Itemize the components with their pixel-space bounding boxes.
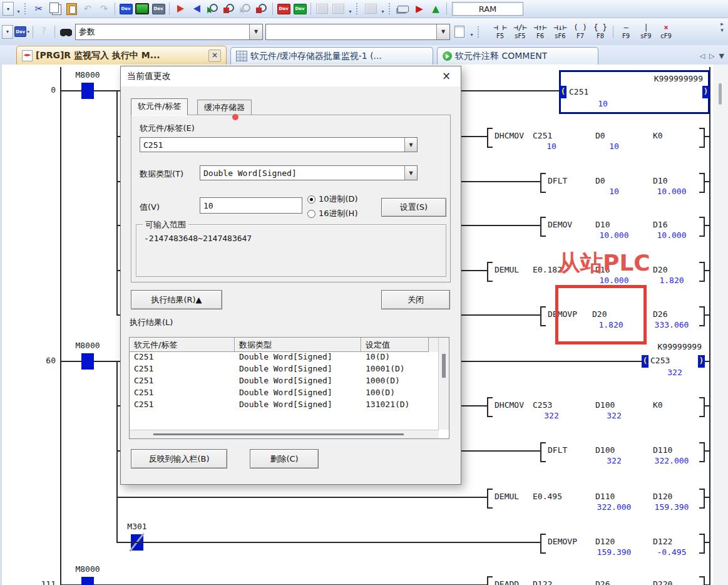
data-type-combo[interactable]: Double Word[Signed] ▼ bbox=[200, 165, 418, 180]
chevron-down-icon[interactable]: ▼ bbox=[404, 166, 417, 180]
tab-close-icon[interactable]: × bbox=[208, 49, 221, 62]
result-table-row[interactable]: C251Double Word[Signed]10(D) bbox=[130, 352, 449, 364]
radio-hexadecimal[interactable]: 16进制(H) bbox=[307, 208, 357, 219]
toolbar-overflow-icon[interactable]: ▾ bbox=[346, 2, 354, 16]
read-from-plc-icon[interactable] bbox=[189, 1, 204, 16]
instruction-name[interactable]: DEADD bbox=[495, 579, 519, 585]
chevron-down-icon[interactable]: ▼ bbox=[436, 24, 449, 39]
ladder-symbol-cF9[interactable]: ×cF9 bbox=[656, 20, 676, 43]
contact-m8000[interactable] bbox=[81, 577, 94, 585]
write-to-plc-icon[interactable] bbox=[173, 1, 188, 16]
operand[interactable]: D20 bbox=[653, 265, 667, 274]
monitor-pause-icon[interactable] bbox=[238, 1, 253, 16]
operand[interactable]: D120 bbox=[653, 492, 672, 501]
toolbar-chevrons[interactable]: ▸▾ bbox=[717, 21, 727, 33]
tab-next-icon[interactable]: ▷ bbox=[709, 52, 714, 60]
combo-dropdown-icon[interactable]: ▾ bbox=[3, 2, 14, 16]
print-preview-icon[interactable] bbox=[452, 24, 467, 39]
operand[interactable]: C251 bbox=[533, 131, 552, 140]
device-test-icon[interactable]: Dev bbox=[276, 1, 291, 16]
scrollbar-thumb[interactable] bbox=[719, 83, 722, 105]
tab-scroll-nav[interactable]: ◁▷▼ bbox=[700, 48, 724, 65]
operand[interactable]: D0 bbox=[595, 176, 605, 185]
close-button[interactable]: 关闭 bbox=[381, 290, 450, 309]
scrollbar-thumb[interactable] bbox=[153, 433, 404, 435]
tab-prev-icon[interactable]: ◁ bbox=[700, 52, 705, 60]
ladder-symbol-F6[interactable]: ⊣↑⊢F6 bbox=[530, 20, 550, 43]
radio-icon[interactable] bbox=[307, 210, 315, 218]
redo-icon[interactable]: ↷ bbox=[96, 1, 111, 16]
toolbar-overflow-icon[interactable]: ▾ bbox=[14, 2, 23, 16]
instruction-name[interactable]: DEMUL bbox=[495, 492, 519, 501]
operand[interactable]: D26 bbox=[653, 309, 667, 319]
operand[interactable]: D16 bbox=[653, 220, 667, 229]
operand[interactable]: D0 bbox=[595, 131, 605, 140]
radio-decimal[interactable]: 10进制(D) bbox=[307, 194, 358, 205]
ladder-symbol-sF6[interactable]: ⊣↓⊢sF6 bbox=[550, 20, 570, 43]
run-icon[interactable]: ▶ bbox=[412, 1, 427, 16]
operand[interactable]: D220 bbox=[653, 579, 672, 585]
instruction-name[interactable]: DHCMOV bbox=[495, 131, 524, 140]
instruction-name[interactable]: DFLT bbox=[548, 176, 567, 185]
table-horizontal-scrollbar[interactable] bbox=[130, 430, 439, 438]
operand[interactable]: D10 bbox=[595, 220, 610, 229]
operand[interactable]: K0 bbox=[653, 131, 663, 140]
operand[interactable]: D120 bbox=[595, 537, 615, 546]
copy-icon[interactable] bbox=[48, 1, 63, 16]
delete-button[interactable]: 删除(C) bbox=[250, 449, 319, 469]
operand[interactable]: K0 bbox=[653, 400, 663, 410]
instruction-name[interactable]: DEMOV bbox=[548, 220, 572, 229]
ladder-symbol-F8[interactable]: { }F8 bbox=[590, 20, 610, 43]
operand[interactable]: D122 bbox=[533, 579, 552, 585]
terminal-monitor-icon[interactable] bbox=[135, 1, 150, 16]
result-table-row[interactable]: C251Double Word[Signed]1000(D) bbox=[130, 376, 449, 388]
contact-m8000[interactable] bbox=[81, 353, 94, 370]
instruction-name[interactable]: DEMUL bbox=[495, 265, 519, 274]
tab-batch-monitor[interactable]: 软元件/缓冲存储器批量监视-1 (... bbox=[230, 47, 433, 65]
find-value-combo[interactable]: ▼ bbox=[265, 24, 450, 40]
operand[interactable]: D110 bbox=[595, 492, 615, 501]
toolbar-overflow-icon[interactable]: ▾ bbox=[379, 2, 387, 16]
tab-device-comment[interactable]: 软元件注释 COMMENT bbox=[437, 47, 598, 65]
operand[interactable]: D100 bbox=[595, 400, 615, 410]
counter-device[interactable]: C251 bbox=[569, 87, 588, 96]
result-table-row[interactable]: C251Double Word[Signed]131021(D) bbox=[130, 400, 449, 412]
contact-m8000[interactable] bbox=[81, 83, 94, 99]
execution-result-toggle-button[interactable]: 执行结果(R)▲ bbox=[131, 290, 222, 309]
toolbar-chevron-icon[interactable]: ▾ bbox=[720, 27, 724, 33]
selected-counter-cell[interactable]: K999999999(C25110) bbox=[559, 70, 710, 114]
monitor-write-mode-icon[interactable] bbox=[254, 1, 269, 16]
vertical-scrollbar[interactable] bbox=[713, 65, 728, 585]
table-vertical-scrollbar[interactable] bbox=[438, 338, 449, 430]
cable-connection-icon[interactable] bbox=[396, 1, 411, 16]
tool-icon-1[interactable] bbox=[314, 1, 329, 16]
device-hw-icon[interactable]: Dev bbox=[151, 1, 166, 16]
find-target-combo[interactable]: 参数▼ bbox=[75, 24, 263, 40]
scrollbar-thumb[interactable] bbox=[442, 354, 446, 378]
instruction-name[interactable]: DFLT bbox=[548, 445, 567, 455]
set-button[interactable]: 设置(S) bbox=[381, 198, 446, 217]
chevron-down-icon[interactable]: ▼ bbox=[249, 24, 262, 39]
operand[interactable]: D122 bbox=[653, 537, 672, 546]
ladder-symbol-F5[interactable]: ⊣ ⊢F5 bbox=[490, 20, 510, 43]
ladder-symbol-F9[interactable]: —F9 bbox=[616, 20, 636, 43]
operand[interactable]: D110 bbox=[653, 445, 672, 455]
reflect-to-input-button[interactable]: 反映到输入栏(B) bbox=[131, 449, 227, 469]
tab-program-editor[interactable]: ◄► [PRG]R 监视写入 执行中 M... × bbox=[16, 46, 227, 65]
monitor-stop-icon[interactable] bbox=[222, 1, 237, 16]
ladder-symbol-sF5[interactable]: ⊣/⊢sF5 bbox=[510, 20, 530, 43]
tab-buffer-memory[interactable]: 缓冲存储器 bbox=[197, 100, 252, 115]
tab-device-label[interactable]: 软元件/标签 bbox=[131, 98, 188, 115]
chevron-down-icon[interactable]: ▼ bbox=[404, 138, 417, 152]
device-display-icon[interactable]: Dev▾ bbox=[14, 24, 29, 39]
verify-icon[interactable]: ▲ bbox=[428, 1, 443, 16]
operand[interactable]: D100 bbox=[595, 445, 615, 455]
instruction-name[interactable]: DEMOVP bbox=[548, 537, 577, 546]
close-icon[interactable]: × bbox=[438, 69, 454, 84]
device-batch-icon[interactable]: Dev bbox=[292, 1, 307, 16]
help-icon[interactable]: ? bbox=[36, 24, 51, 39]
tool-icon-3[interactable] bbox=[363, 1, 378, 16]
cut-icon[interactable]: ✂ bbox=[31, 1, 46, 16]
instruction-name[interactable]: DHCMOV bbox=[495, 400, 524, 410]
display-mode-dropdown-icon[interactable]: ▾ bbox=[2, 25, 13, 39]
